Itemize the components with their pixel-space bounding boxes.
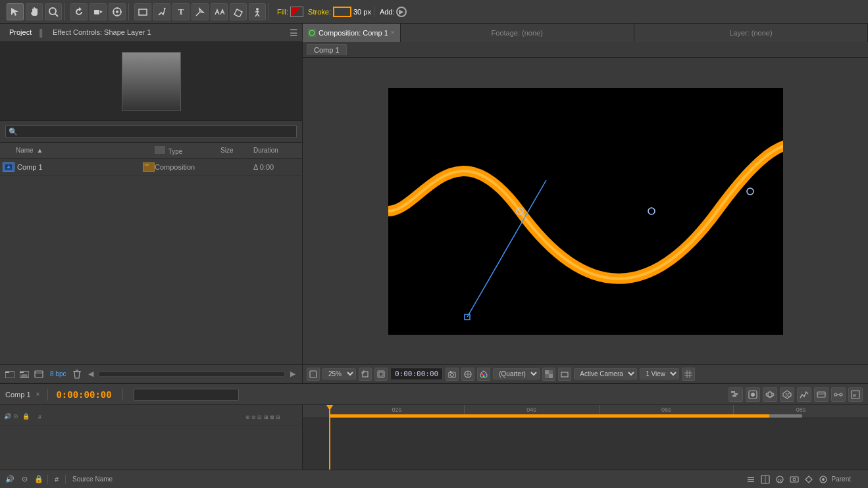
fill-color[interactable] (290, 7, 303, 17)
add-button[interactable]: Add: ▶ (380, 7, 407, 17)
stroke-color[interactable] (333, 7, 351, 17)
left-panel: Project ▌ Effect Controls: Shape Layer 1… (0, 24, 303, 383)
bpc-label[interactable]: 8 bpc (50, 370, 66, 378)
effect-controls-tab[interactable]: Effect Controls: Shape Layer 1 (47, 26, 157, 39)
type-tool[interactable]: T (172, 3, 190, 20)
timeline-timecode-display[interactable]: 0:00:00:00 (56, 389, 111, 400)
composition-tab-close[interactable]: × (391, 29, 395, 36)
eraser-tool[interactable] (230, 3, 247, 20)
svg-point-85 (822, 478, 825, 481)
bottom-separator (47, 475, 48, 484)
timeline-tab-label: Comp 1 (5, 391, 31, 399)
timeline-tab[interactable]: Comp 1 × (5, 391, 39, 399)
switches-label: # (38, 414, 243, 420)
open-folder-icon[interactable] (18, 368, 30, 380)
zoom-tool[interactable] (45, 3, 62, 20)
playhead-indicator[interactable] (329, 405, 330, 470)
col-name-header[interactable]: Name ▲ (3, 147, 155, 154)
hand-tool[interactable] (26, 3, 43, 20)
comp-settings-icon[interactable] (307, 368, 320, 381)
pan-behind-tool[interactable] (109, 3, 126, 20)
color-management-icon[interactable] (477, 368, 490, 381)
stroke-width: 30 px (353, 8, 371, 16)
show-channel-icon[interactable] (461, 368, 474, 381)
solo-icon[interactable]: ⊙ (13, 413, 21, 421)
timeline-tracks-area: 02s 04s 06s 08s (303, 405, 868, 470)
mini-scrollbar[interactable] (99, 372, 285, 377)
label-icon (155, 146, 165, 154)
keyframe-navigator-icon[interactable] (803, 474, 815, 485)
svg-rect-57 (731, 391, 735, 393)
rotate-tool[interactable] (70, 3, 88, 20)
motion-blur-icon[interactable] (763, 387, 777, 402)
draft3d-icon[interactable]: 3D (780, 387, 794, 402)
expression-icon[interactable]: e (848, 387, 863, 402)
safe-zones-icon[interactable] (374, 368, 388, 381)
layer-tab[interactable]: Layer: (none) (634, 24, 868, 42)
audio-icon[interactable]: 🔊 (4, 413, 12, 421)
pixel-aspect-icon[interactable] (558, 368, 571, 381)
svg-point-6 (116, 11, 118, 13)
svg-rect-59 (732, 395, 736, 397)
graph-editor-icon[interactable] (797, 387, 811, 402)
project-search-input[interactable] (5, 125, 297, 138)
zoom-select[interactable]: 25% (322, 368, 356, 379)
scroll-left-button[interactable]: ◀ (86, 369, 96, 379)
mode-toggle-icon[interactable] (759, 474, 771, 485)
table-row[interactable]: Comp 1 Composition Δ 0:00 (0, 159, 302, 176)
panel-menu-button[interactable]: ☰ (290, 28, 298, 38)
comp-subtab-item[interactable]: Comp 1 (307, 44, 347, 55)
render-queue-icon[interactable] (814, 387, 829, 402)
svg-text:e: e (853, 392, 856, 399)
timeline-solo-icon[interactable]: ⊙ (18, 474, 30, 485)
footage-tab[interactable]: Footage: (none) (401, 24, 634, 42)
stagger-layers-icon[interactable] (728, 387, 743, 402)
shape-tools: T (132, 3, 269, 20)
project-tab[interactable]: Project (4, 26, 37, 39)
flow-view-icon[interactable] (831, 387, 846, 402)
composition-viewport[interactable] (303, 58, 868, 364)
svg-rect-50 (545, 374, 549, 378)
timeline-header: Comp 1 × 0:00:00:00 3D (0, 384, 868, 405)
rect-mask-tool[interactable] (134, 3, 151, 20)
puppet-tool[interactable] (249, 3, 266, 20)
fit-to-view-icon[interactable] (359, 368, 372, 381)
pen-tool[interactable] (153, 3, 170, 20)
svg-rect-37 (310, 371, 317, 378)
svg-point-45 (482, 373, 484, 375)
comp-grid-icon[interactable] (682, 368, 695, 381)
timeline-home-icon[interactable] (817, 474, 829, 485)
timeline-search-input[interactable] (134, 389, 239, 401)
expression-global-icon[interactable]: fx (774, 474, 786, 485)
timeline-label-icon[interactable]: # (51, 474, 63, 485)
view-layout-select[interactable]: 1 View (640, 368, 679, 379)
switches-icon[interactable] (745, 474, 757, 485)
composition-tab[interactable]: Composition: Comp 1 × (303, 24, 401, 42)
work-area-bar[interactable] (329, 414, 802, 418)
timeline-tab-close-button[interactable]: × (36, 391, 40, 398)
comp-item-type: Composition (155, 163, 220, 171)
delete-icon[interactable] (71, 368, 83, 380)
select-tool[interactable] (7, 3, 24, 20)
solo-switch-icon[interactable] (746, 387, 760, 402)
svg-rect-48 (545, 370, 549, 374)
svg-marker-83 (805, 476, 812, 483)
timeline-layer-controls-header: 🔊 ⊙ 🔒 # ⊛ ⊘ ⊡ ⊞ ⊠ ⊟ (0, 408, 302, 426)
paint-brush-tool[interactable] (191, 3, 209, 20)
clone-stamp-tool[interactable] (211, 3, 228, 20)
timeline-lock-icon[interactable]: 🔒 (33, 474, 45, 485)
media-manager-icon[interactable] (788, 474, 800, 485)
col-type-header: Type (155, 146, 220, 155)
active-camera-select[interactable]: Active Camera (574, 368, 637, 379)
composition-icon[interactable] (33, 368, 45, 380)
svg-rect-40 (379, 372, 383, 376)
scroll-right-button[interactable]: ▶ (288, 369, 298, 379)
lock-icon[interactable]: 🔒 (22, 413, 30, 421)
quality-select[interactable]: (Quarter) (493, 368, 540, 379)
composition-timecode[interactable]: 0:00:00:00 (390, 368, 443, 380)
new-folder-icon[interactable] (4, 368, 16, 380)
snapshot-icon[interactable] (446, 368, 459, 381)
camera-orbit-tool[interactable] (89, 3, 107, 20)
transparency-grid-icon[interactable] (542, 368, 555, 381)
timeline-audio-icon[interactable]: 🔊 (4, 474, 16, 485)
